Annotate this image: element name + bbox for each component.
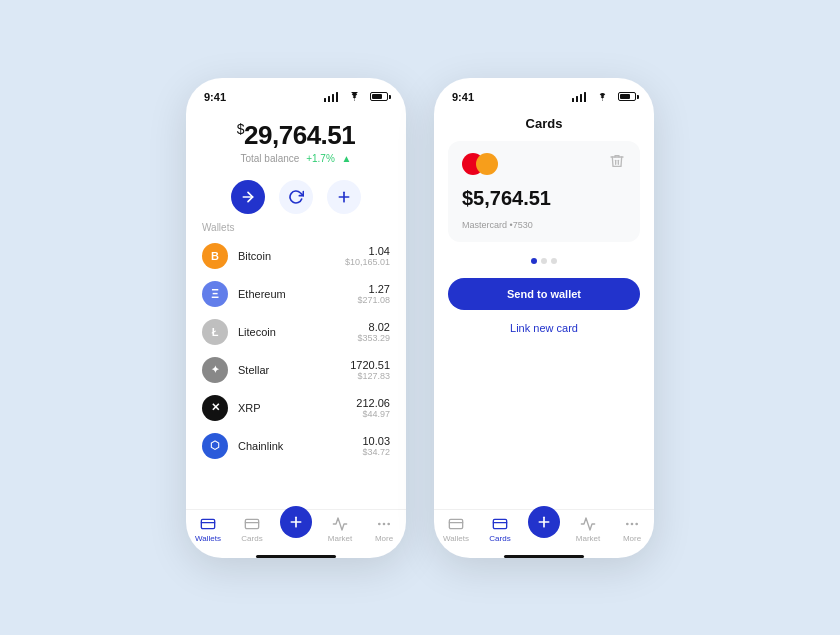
nav-market-label-2: Market <box>576 534 600 543</box>
status-time-1: 9:41 <box>204 91 226 103</box>
battery-icon <box>370 92 388 101</box>
wallet-list: B Bitcoin 1.04 $10,165.01 Ξ Ethereum 1.2… <box>186 237 406 509</box>
nav-wallets-label: Wallets <box>195 534 221 543</box>
signal-icon <box>324 92 339 102</box>
total-balance: $29,764.51 <box>186 120 406 151</box>
svg-rect-14 <box>493 519 506 528</box>
nav-more-2[interactable]: More <box>610 516 654 543</box>
action-buttons <box>186 180 406 214</box>
nav-wallets-2[interactable]: Wallets <box>434 516 478 543</box>
nav-market-label: Market <box>328 534 352 543</box>
list-item[interactable]: Ł Litecoin 8.02 $353.29 <box>186 313 406 351</box>
signal-icon-2 <box>572 92 587 102</box>
svg-point-9 <box>379 523 380 524</box>
mc-yellow-circle <box>476 153 498 175</box>
currency-symbol: $ <box>237 121 244 137</box>
balance-section: $29,764.51 Total balance +1.7% ▲ <box>186 110 406 172</box>
home-indicator-2 <box>504 555 584 558</box>
nav-send-2[interactable] <box>522 516 566 543</box>
dot-2[interactable] <box>541 258 547 264</box>
refresh-button[interactable] <box>279 180 313 214</box>
nav-wallets-label-2: Wallets <box>443 534 469 543</box>
chainlink-icon: ⬡ <box>202 433 228 459</box>
coin-name: Bitcoin <box>238 250 335 262</box>
balance-label: Total balance +1.7% ▲ <box>186 153 406 164</box>
battery-icon-2 <box>618 92 636 101</box>
balance-change-arrow: ▲ <box>342 153 352 164</box>
dot-3[interactable] <box>551 258 557 264</box>
list-item[interactable]: ✕ XRP 212.06 $44.97 <box>186 389 406 427</box>
svg-point-20 <box>636 523 637 524</box>
card-item: $5,764.51 Mastercard •7530 <box>448 141 640 242</box>
nav-more-label-2: More <box>623 534 641 543</box>
svg-rect-12 <box>449 519 462 528</box>
coin-name: Litecoin <box>238 326 347 338</box>
svg-point-18 <box>627 523 628 524</box>
nav-cards[interactable]: Cards <box>230 516 274 543</box>
list-item[interactable]: B Bitcoin 1.04 $10,165.01 <box>186 237 406 275</box>
link-new-card-button[interactable]: Link new card <box>434 316 654 340</box>
coin-amounts: 212.06 $44.97 <box>356 397 390 419</box>
screen-container: 9:41 <box>0 0 840 635</box>
xrp-icon: ✕ <box>202 395 228 421</box>
coin-amounts: 1.27 $271.08 <box>357 283 390 305</box>
balance-change: +1.7% <box>306 153 335 164</box>
delete-card-button[interactable] <box>608 153 626 171</box>
svg-point-10 <box>383 523 384 524</box>
status-time-2: 9:41 <box>452 91 474 103</box>
card-carousel: $5,764.51 Mastercard •7530 <box>434 141 654 242</box>
phone-wallets: 9:41 <box>186 78 406 558</box>
nav-cards-label: Cards <box>241 534 262 543</box>
cards-content: Cards $5,764.51 <box>434 110 654 558</box>
svg-rect-5 <box>245 519 258 528</box>
list-item[interactable]: Ξ Ethereum 1.27 $271.08 <box>186 275 406 313</box>
bottom-nav-2: Wallets Cards <box>434 509 654 553</box>
nav-more[interactable]: More <box>362 516 406 543</box>
nav-cards-label-2: Cards <box>489 534 510 543</box>
nav-more-label: More <box>375 534 393 543</box>
send-button[interactable] <box>231 180 265 214</box>
home-indicator <box>256 555 336 558</box>
coin-name: XRP <box>238 402 346 414</box>
svg-point-19 <box>631 523 632 524</box>
svg-rect-3 <box>201 519 214 528</box>
ethereum-icon: Ξ <box>202 281 228 307</box>
bottom-nav-1: Wallets Cards <box>186 509 406 553</box>
wifi-icon-2 <box>597 92 608 101</box>
add-button[interactable] <box>327 180 361 214</box>
card-top <box>462 153 626 175</box>
coin-name: Ethereum <box>238 288 347 300</box>
nav-market[interactable]: Market <box>318 516 362 543</box>
litecoin-icon: Ł <box>202 319 228 345</box>
wifi-icon <box>349 92 360 101</box>
coin-name: Chainlink <box>238 440 352 452</box>
wallets-label: Wallets <box>186 222 406 233</box>
nav-wallets[interactable]: Wallets <box>186 516 230 543</box>
dot-1[interactable] <box>531 258 537 264</box>
status-bar-1: 9:41 <box>186 78 406 110</box>
status-icons-2 <box>572 88 636 106</box>
nav-cards-2[interactable]: Cards <box>478 516 522 543</box>
stellar-icon: ✦ <box>202 357 228 383</box>
nav-send[interactable] <box>274 516 318 543</box>
nav-send-btn-2[interactable] <box>528 506 560 538</box>
carousel-dots <box>434 258 654 264</box>
coin-name: Stellar <box>238 364 340 376</box>
nav-send-btn[interactable] <box>280 506 312 538</box>
card-number: Mastercard •7530 <box>462 220 626 230</box>
coin-amounts: 10.03 $34.72 <box>362 435 390 457</box>
send-to-wallet-button[interactable]: Send to wallet <box>448 278 640 310</box>
cards-title: Cards <box>434 110 654 141</box>
list-item[interactable]: ✦ Stellar 1720.51 $127.83 <box>186 351 406 389</box>
nav-market-2[interactable]: Market <box>566 516 610 543</box>
bitcoin-icon: B <box>202 243 228 269</box>
coin-amounts: 8.02 $353.29 <box>357 321 390 343</box>
card-balance: $5,764.51 <box>462 187 626 210</box>
mastercard-logo <box>462 153 498 175</box>
status-bar-2: 9:41 <box>434 78 654 110</box>
list-item[interactable]: ⬡ Chainlink 10.03 $34.72 <box>186 427 406 465</box>
coin-amounts: 1.04 $10,165.01 <box>345 245 390 267</box>
coin-amounts: 1720.51 $127.83 <box>350 359 390 381</box>
status-icons-1 <box>324 88 388 106</box>
svg-point-11 <box>388 523 389 524</box>
